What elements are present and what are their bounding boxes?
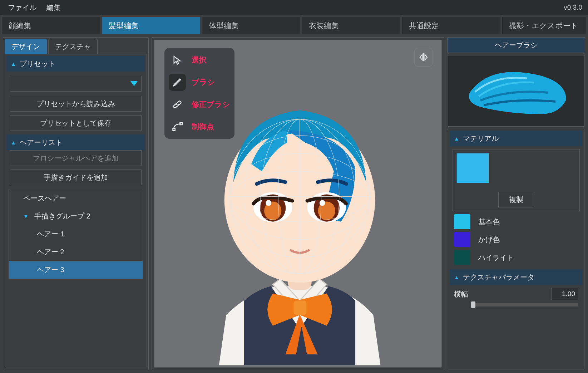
param-width-row: 横幅 1.00: [454, 288, 578, 300]
menu-edit[interactable]: 編集: [41, 1, 66, 15]
svg-point-21: [176, 104, 177, 105]
hair-toolbox: 選択 ブラシ 修正ブラシ: [164, 48, 234, 139]
svg-point-22: [178, 104, 179, 105]
param-width-slider[interactable]: [471, 303, 578, 306]
material-swatch[interactable]: [456, 153, 489, 183]
tab-common[interactable]: 共通設定: [402, 17, 500, 34]
svg-rect-20: [173, 100, 182, 108]
subtab-texture[interactable]: テクスチャ: [48, 39, 98, 54]
tab-body[interactable]: 体型編集: [202, 17, 300, 34]
list-item[interactable]: ヘアー 1: [9, 225, 143, 243]
subtab-design[interactable]: デザイン: [5, 39, 47, 54]
preset-dropdown[interactable]: [10, 76, 142, 92]
hairbrush-preview: [448, 55, 584, 127]
viewport-panel: 選択 ブラシ 修正ブラシ: [152, 37, 444, 370]
material-header[interactable]: ▲マテリアル: [450, 131, 583, 146]
param-width-value[interactable]: 1.00: [551, 288, 578, 300]
tab-face[interactable]: 顔編集: [2, 17, 100, 34]
texparam-header[interactable]: ▲テクスチャパラメータ: [450, 269, 583, 285]
material-header-label: マテリアル: [463, 134, 499, 143]
add-guide-button[interactable]: 手描きガイドを追加: [10, 170, 142, 185]
tab-export[interactable]: 撮影・エクスポート: [502, 17, 586, 34]
color-label: かげ色: [478, 235, 500, 245]
color-shade-row[interactable]: かげ色: [454, 232, 578, 247]
color-highlight-row[interactable]: ハイライト: [454, 250, 578, 265]
preset-load-button[interactable]: プリセットから読み込み: [10, 96, 142, 112]
tool-brush-label: ブラシ: [192, 77, 215, 87]
pencil-icon: [169, 74, 186, 91]
svg-point-10: [320, 200, 325, 206]
mirror-button[interactable]: [414, 48, 433, 67]
hair-list: ベースヘアー ▼手描きグループ 2 ヘアー 1 ヘアー 2 ヘアー 3: [9, 189, 143, 279]
svg-point-9: [266, 200, 271, 206]
tool-fix-brush[interactable]: 修正ブラシ: [169, 96, 230, 113]
preset-save-button[interactable]: プリセットとして保存: [10, 115, 142, 131]
left-panel: デザイン テクスチャ ▲プリセット プリセットから読み込み プリセットとして保存…: [3, 37, 149, 370]
tab-hair[interactable]: 髪型編集: [102, 17, 200, 34]
version-label: v0.3.0: [564, 4, 585, 11]
add-procedural-hair-button[interactable]: プロシージャルヘアを追加: [10, 150, 142, 166]
color-swatch[interactable]: [454, 250, 470, 265]
svg-rect-24: [180, 123, 182, 125]
duplicate-material-button[interactable]: 複製: [498, 192, 534, 207]
list-item[interactable]: ヘアー 3: [9, 261, 143, 279]
slider-knob[interactable]: [471, 301, 475, 308]
tool-select-label: 選択: [192, 55, 207, 65]
texparam-header-label: テクスチャパラメータ: [463, 273, 534, 282]
tool-brush[interactable]: ブラシ: [169, 74, 230, 91]
tool-select[interactable]: 選択: [169, 51, 230, 69]
mirror-icon: [418, 52, 429, 63]
material-box: 複製: [453, 149, 580, 211]
bandage-icon: [169, 96, 186, 113]
menubar: ファイル 編集 v0.3.0: [0, 0, 588, 15]
cursor-icon: [169, 51, 186, 69]
right-panel: ヘアーブラシ ▲マテリアル 複製 基本色: [447, 37, 585, 370]
hairlist-header[interactable]: ▲ヘアーリスト: [6, 134, 145, 150]
bezier-icon: [169, 118, 186, 135]
tool-fix-label: 修正ブラシ: [192, 99, 230, 109]
tool-control-points[interactable]: 制御点: [169, 118, 230, 135]
hairlist-header-label: ヘアーリスト: [20, 138, 63, 147]
param-label: 横幅: [454, 289, 468, 299]
list-item[interactable]: ヘアー 2: [9, 243, 143, 261]
svg-rect-0: [293, 301, 306, 315]
hairbrush-title: ヘアーブラシ: [447, 37, 585, 53]
preset-header[interactable]: ▲プリセット: [6, 56, 145, 72]
menu-file[interactable]: ファイル: [3, 1, 41, 15]
svg-rect-23: [173, 128, 175, 131]
color-swatch[interactable]: [454, 214, 470, 229]
tool-control-label: 制御点: [192, 122, 214, 132]
list-item[interactable]: ベースヘアー: [9, 189, 143, 207]
preset-header-label: プリセット: [20, 59, 55, 69]
color-label: ハイライト: [478, 253, 514, 262]
tab-costume[interactable]: 衣装編集: [302, 17, 400, 34]
color-label: 基本色: [478, 217, 500, 227]
list-item[interactable]: ▼手描きグループ 2: [9, 207, 143, 225]
color-swatch[interactable]: [454, 232, 470, 247]
color-base-row[interactable]: 基本色: [454, 214, 578, 229]
main-tabs: 顔編集 髪型編集 体型編集 衣装編集 共通設定 撮影・エクスポート: [0, 15, 588, 34]
viewport-3d[interactable]: 選択 ブラシ 修正ブラシ: [154, 40, 442, 368]
hair-strand-icon: [459, 60, 573, 121]
